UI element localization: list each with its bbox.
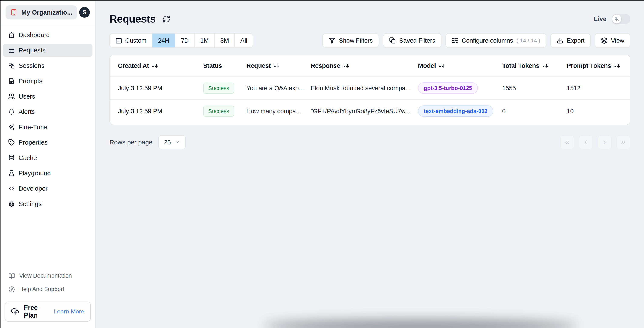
sort-icon [542, 63, 548, 69]
sidebar-item-label: Properties [18, 139, 48, 146]
view-documentation-link[interactable]: View Documentation [8, 273, 87, 279]
sidebar-item-users[interactable]: Users [3, 90, 92, 103]
sidebar: My Organizatio... S Dashboard Requests S… [0, 0, 96, 328]
pager [560, 135, 630, 149]
cell-total-tokens: 0 [502, 108, 567, 115]
chevrons-right-icon [620, 139, 626, 145]
sidebar-item-fine-tune[interactable]: Fine-Tune [3, 121, 92, 133]
column-header-status[interactable]: Status [203, 62, 246, 69]
organization-name: My Organizatio... [21, 9, 72, 16]
table-row[interactable]: July 3 12:59 PM Success You are a Q&A ex… [110, 76, 630, 99]
plan-card: Free Plan Learn More [5, 301, 91, 321]
sessions-icon [8, 62, 15, 69]
cell-status: Success [203, 83, 246, 94]
page-size-select[interactable]: 25 [158, 135, 186, 149]
sparkles-icon [8, 124, 15, 130]
previous-page-button[interactable] [579, 135, 593, 149]
table-row[interactable]: July 3 12:59 PM Success How many compa..… [110, 99, 630, 122]
sidebar-item-playground[interactable]: Playground [3, 167, 92, 180]
sidebar-item-label: Requests [18, 47, 46, 54]
sidebar-item-settings[interactable]: Settings [3, 198, 92, 210]
time-range-1m[interactable]: 1M [194, 34, 214, 47]
time-range-3m[interactable]: 3M [214, 34, 234, 47]
sidebar-item-alerts[interactable]: Alerts [3, 105, 92, 118]
pagination: Rows per page 25 [110, 135, 630, 149]
main-content: Requests Live Custom 24H 7D 1M 3M [96, 0, 644, 328]
time-range-24h[interactable]: 24H [152, 34, 175, 47]
column-label: Request [246, 62, 271, 69]
bolt-slash-icon [614, 17, 619, 22]
sidebar-item-developer[interactable]: Developer [3, 182, 92, 195]
requests-table: Created At Status Request Response Model… [110, 55, 630, 125]
avatar[interactable]: S [79, 7, 90, 18]
live-toggle-knob [612, 15, 621, 24]
window-shadow [264, 320, 577, 328]
sidebar-item-label: Users [18, 93, 35, 100]
learn-more-link[interactable]: Learn More [54, 308, 84, 315]
view-button[interactable]: View [594, 33, 630, 48]
file-icon [8, 78, 15, 84]
code-icon [8, 185, 15, 192]
column-label: Model [418, 62, 436, 69]
toolbar-actions: Show Filters Saved Filters Configure col… [322, 33, 630, 48]
avatar-initial: S [83, 9, 86, 16]
page-title: Requests [110, 13, 156, 25]
status-badge: Success [203, 83, 234, 94]
live-toggle[interactable] [612, 14, 630, 24]
time-range-custom[interactable]: Custom [110, 34, 152, 47]
help-and-support-link[interactable]: Help And Support [8, 286, 87, 293]
cell-response: Elon Musk founded several compa... [311, 85, 418, 92]
sidebar-item-sessions[interactable]: Sessions [3, 59, 92, 72]
configure-columns-button[interactable]: Configure columns ( 14 / 14 ) [445, 33, 546, 48]
plan-label: Free Plan [24, 304, 49, 319]
action-label: Saved Filters [399, 37, 435, 44]
bell-icon [8, 108, 15, 115]
refresh-button[interactable] [162, 15, 170, 23]
sidebar-item-dashboard[interactable]: Dashboard [3, 29, 92, 41]
first-page-button[interactable] [560, 135, 574, 149]
export-button[interactable]: Export [550, 33, 591, 48]
cell-prompt-tokens: 10 [567, 108, 622, 115]
column-header-response[interactable]: Response [311, 62, 418, 69]
sidebar-item-prompts[interactable]: Prompts [3, 75, 92, 87]
sidebar-item-cache[interactable]: Cache [3, 151, 92, 164]
footer-link-label: Help And Support [19, 286, 64, 293]
column-label: Status [203, 62, 222, 69]
sidebar-item-properties[interactable]: Properties [3, 136, 92, 149]
sidebar-footer-links: View Documentation Help And Support [0, 273, 96, 293]
sidebar-item-label: Fine-Tune [18, 123, 48, 131]
chevrons-left-icon [564, 139, 570, 145]
cell-prompt-tokens: 1512 [567, 85, 622, 92]
page-header: Requests Live [110, 0, 630, 25]
sidebar-nav: Dashboard Requests Sessions Prompts User… [0, 25, 96, 210]
organization-switcher[interactable]: My Organizatio... [6, 5, 77, 20]
users-icon [8, 93, 15, 100]
last-page-button[interactable] [616, 135, 630, 149]
table-icon [8, 47, 15, 54]
sidebar-item-label: Settings [18, 200, 42, 208]
tag-icon [8, 139, 15, 146]
column-header-prompt-tokens[interactable]: Prompt Tokens [567, 62, 622, 69]
action-label: View [611, 37, 624, 44]
funnel-icon [328, 37, 336, 44]
sort-icon [274, 63, 280, 69]
show-filters-button[interactable]: Show Filters [322, 33, 379, 48]
cell-request: How many compa... [246, 108, 311, 115]
time-range-7d[interactable]: 7D [175, 34, 194, 47]
status-badge: Success [203, 106, 234, 117]
time-range-label: 1M [200, 37, 209, 44]
column-header-request[interactable]: Request [246, 62, 311, 69]
time-range-label: Custom [125, 37, 146, 44]
column-header-total-tokens[interactable]: Total Tokens [502, 62, 567, 69]
layers-icon [601, 37, 608, 44]
next-page-button[interactable] [598, 135, 612, 149]
sidebar-item-label: Developer [18, 185, 48, 192]
saved-filters-button[interactable]: Saved Filters [383, 33, 442, 48]
time-range-all[interactable]: All [234, 34, 253, 47]
sidebar-item-requests[interactable]: Requests [3, 44, 92, 57]
table-body: July 3 12:59 PM Success You are a Q&A ex… [110, 76, 630, 122]
column-label: Prompt Tokens [567, 62, 611, 69]
column-label: Created At [118, 62, 149, 69]
column-header-model[interactable]: Model [418, 62, 502, 69]
column-header-created-at[interactable]: Created At [118, 62, 203, 69]
